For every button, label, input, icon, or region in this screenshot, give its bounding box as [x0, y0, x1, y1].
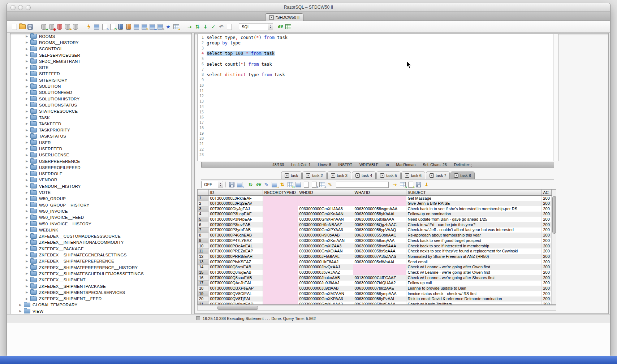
table-cell[interactable]: Follow up call	[406, 281, 542, 286]
tab-close-icon[interactable]: ×	[285, 173, 289, 178]
table-cell[interactable]: 200	[542, 228, 551, 233]
row-number-cell[interactable]: 1	[198, 196, 208, 201]
tree-item[interactable]: ▶ZKFEDEX__SHIPMATEGENERALSETTINGS	[10, 252, 191, 258]
disclosure-triangle-icon[interactable]: ▶	[25, 209, 29, 213]
disclosure-triangle-icon[interactable]: ▶	[25, 72, 29, 75]
tree-item[interactable]: ▶ZKFEDEX__PACKAGE	[10, 246, 191, 252]
table-cell[interactable]: 006300000058yd5AAA	[353, 302, 406, 305]
row-number-cell[interactable]: 6	[198, 222, 208, 228]
result-tab[interactable]: ×task 6	[401, 172, 425, 179]
row-number-cell[interactable]: 7	[198, 228, 208, 233]
code-line[interactable]	[207, 78, 553, 83]
table-cell[interactable]: Check back in to see if she's interested…	[406, 206, 542, 212]
results-window-icon[interactable]	[284, 23, 292, 31]
table-cell[interactable]: 00T3000000QV8CfEAL	[208, 291, 263, 296]
table-cell[interactable]: 0033000000GmXKPAA3	[298, 296, 353, 302]
db-copy-icon[interactable]	[56, 23, 63, 31]
disclosure-triangle-icon[interactable]: ▶	[25, 53, 29, 57]
zoom-window-button[interactable]	[26, 5, 31, 10]
table-cell[interactable]	[298, 196, 353, 201]
table-cell[interactable]	[263, 296, 298, 302]
code-line[interactable]	[207, 131, 553, 136]
table-row[interactable]: 1500T3000000Q8rugEAB0033000000JbvRJAAZCh…	[198, 270, 551, 275]
disclosure-triangle-icon[interactable]: ▶	[25, 235, 29, 238]
row-number-cell[interactable]: 16	[198, 275, 208, 281]
table-row[interactable]: 2100T3000000QV8wsEAD0033000000GmXLXAA300…	[198, 302, 551, 305]
table-cell[interactable]: Get Massage	[406, 196, 542, 201]
tab-close-icon[interactable]: ×	[430, 173, 434, 178]
tab-close-icon[interactable]: ×	[306, 173, 310, 178]
table-cell[interactable]: Check-in w/ Ed - can he join this year?	[406, 222, 542, 228]
find-next-icon[interactable]: →	[391, 181, 398, 188]
tree-item[interactable]: ▶WEBLINK	[10, 227, 191, 233]
edit-sql-icon[interactable]: ✎	[156, 23, 164, 31]
column-tree-icon[interactable]: →	[271, 181, 278, 188]
code-line[interactable]	[207, 152, 553, 158]
table-cell[interactable]: Send email	[406, 259, 542, 265]
import-data-icon[interactable]: →	[399, 181, 406, 188]
code-line[interactable]	[207, 67, 553, 73]
switch-connection-icon[interactable]: ⇅	[194, 23, 201, 31]
table-cell[interactable]	[263, 212, 298, 217]
tree-item[interactable]: ▶STATICRESOURCE	[10, 108, 191, 114]
row-number-cell[interactable]: 10	[198, 243, 208, 249]
table-cell[interactable]: 00630000007A3bZAAS	[353, 254, 406, 259]
table-cell[interactable]	[263, 217, 298, 222]
table-row[interactable]: 500T3000000P3N4pEAF0033000000GmXHnAAN006…	[198, 217, 551, 222]
indent-sql-icon[interactable]: →	[148, 23, 156, 31]
table-cell[interactable]: 0033000000Ju9J9AAJ	[298, 281, 353, 286]
code-line[interactable]	[207, 46, 553, 51]
table-cell[interactable]: Check back to see if good target prospec…	[406, 238, 542, 243]
table-cell[interactable]: 0033000000GmXPYAA3	[298, 228, 353, 233]
table-cell[interactable]	[263, 302, 298, 305]
table-cell[interactable]: 0033000000JFhGlAAL	[298, 254, 353, 259]
disclosure-triangle-icon[interactable]: ▶	[25, 153, 29, 157]
code-line[interactable]	[207, 115, 553, 120]
table-cell[interactable]: 00T3000000QV8wsEAD	[208, 302, 263, 305]
table-cell[interactable]	[263, 270, 298, 275]
table-cell[interactable]: 0033000000H9aNBAAZ	[298, 222, 353, 228]
row-number-cell[interactable]: 2	[198, 201, 208, 206]
db-import-icon[interactable]: →	[40, 23, 47, 31]
table-cell[interactable]: 00T3000000Q8rexEAB	[208, 264, 263, 270]
table-row[interactable]: 300T3000000OiyJgEAJ0033000000GmXHJAA3006…	[198, 206, 551, 212]
table-row[interactable]: 900T3000000P47LYEAZ0033000000GmXKmAAN006…	[198, 238, 551, 243]
code-line[interactable]	[207, 56, 553, 62]
view-row-icon[interactable]: 66	[255, 181, 262, 188]
table-cell[interactable]: 200	[542, 302, 551, 305]
view-log-icon[interactable]	[225, 23, 233, 31]
disclosure-triangle-icon[interactable]: ▶	[25, 66, 29, 69]
table-cell[interactable]: 00T3000000PRR8rEAH	[208, 254, 263, 259]
code-line[interactable]: select distinct type from task	[207, 72, 553, 78]
table-row[interactable]: 800T3000000P46qnEAB0033000000H9i0pAAB006…	[198, 233, 551, 238]
table-row[interactable]: 1600T3000000Q8sauEAB0033000000JbukoAAB00…	[198, 275, 551, 281]
table-cell[interactable]: 200	[542, 286, 551, 291]
new-file-icon[interactable]	[10, 23, 18, 31]
primary-keys-icon[interactable]: ✎	[326, 181, 334, 188]
refresh-grid-icon[interactable]: ↻	[286, 181, 294, 188]
row-number-cell[interactable]: 18	[198, 286, 208, 291]
disclosure-triangle-icon[interactable]: ▶	[25, 160, 29, 163]
tree-item[interactable]: ▶ZKFEDEX__SHIPMENT	[10, 277, 191, 283]
table-cell[interactable]: 0033000000Ju9zlAAB	[298, 286, 353, 291]
disclosure-triangle-icon[interactable]: ▶	[25, 285, 29, 288]
table-cell[interactable]: 0033000000GmXIZAA3	[298, 243, 353, 249]
disclosure-triangle-icon[interactable]: ▶	[25, 260, 29, 263]
table-cell[interactable]	[263, 259, 298, 265]
tree-item[interactable]: ▶W50_GROUP__HISTORY	[10, 202, 191, 208]
tree-item[interactable]: ▶VIEW	[10, 308, 191, 314]
table-cell[interactable]: 200	[542, 254, 551, 259]
table-cell[interactable]: 0033000000JbukoAAB	[298, 275, 353, 281]
table-row[interactable]: 1700T3000000QAeJbEAL0033000000Ju9J9AAJ00…	[198, 281, 551, 286]
table-cell[interactable]: 0033000000JbvQzAAJ	[298, 264, 353, 270]
document-tab[interactable]: × *SFDCW50 II	[265, 13, 303, 21]
disclosure-triangle-icon[interactable]: ▶	[25, 35, 29, 38]
disclosure-triangle-icon[interactable]: ▶	[25, 141, 29, 144]
disclosure-triangle-icon[interactable]: ▶	[25, 147, 29, 150]
tree-item[interactable]: ▶SFDC_REGISTRANT	[10, 58, 191, 64]
disclosure-triangle-icon[interactable]: ▶	[25, 191, 29, 194]
disclosure-triangle-icon[interactable]: ▶	[25, 297, 29, 300]
table-cell[interactable]: 00T3000000QV8TjEAL	[208, 296, 263, 302]
table-cell[interactable]: Check w/ Leanne - we're going after Owen…	[406, 264, 542, 270]
code-line[interactable]	[207, 88, 553, 94]
